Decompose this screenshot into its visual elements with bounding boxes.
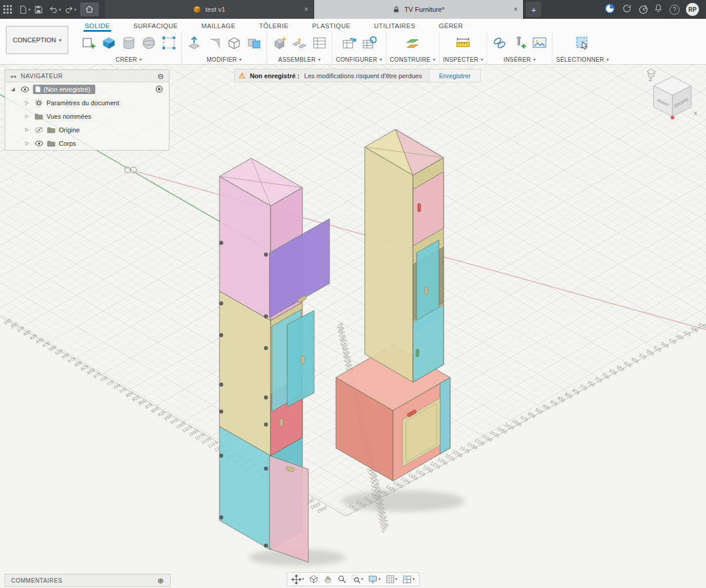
configure-table-icon[interactable] xyxy=(340,34,358,52)
canvas-image-icon[interactable] xyxy=(531,34,548,52)
expand-closed-caret-icon[interactable]: ▷ xyxy=(25,141,31,146)
navigator-item-document-root[interactable]: ◢ (Non enregistré) xyxy=(5,82,169,96)
grid-settings-button[interactable]: ▾ xyxy=(384,573,399,586)
group-label-assembler[interactable]: ASSEMBLER▾ xyxy=(278,56,321,63)
visibility-eye-icon[interactable] xyxy=(21,86,29,93)
joint-icon[interactable] xyxy=(291,34,308,52)
visibility-off-eye-icon[interactable] xyxy=(35,126,44,133)
tab-plastique[interactable]: PLASTIQUE xyxy=(311,22,351,32)
home-button[interactable] xyxy=(80,2,99,16)
activate-radio-icon[interactable] xyxy=(155,85,163,93)
close-tab-icon[interactable]: × xyxy=(514,5,518,14)
gear-icon xyxy=(35,99,43,107)
expand-open-caret-icon[interactable]: ◢ xyxy=(11,86,17,92)
fillet-icon[interactable] xyxy=(205,34,223,52)
ribbon-tab-row: SOLIDE SURFACIQUE MAILLAGE TÔLERIE PLAST… xyxy=(0,19,706,32)
group-label-inspecter[interactable]: INSPECTER▾ xyxy=(443,56,483,63)
measure-icon[interactable] xyxy=(454,34,472,52)
warning-message: Les modifications risquent d'être perdue… xyxy=(304,72,429,79)
redo-caret-icon[interactable]: ▾ xyxy=(74,7,76,12)
insert-fastener-icon[interactable] xyxy=(511,34,528,52)
job-status-button[interactable] xyxy=(604,3,615,16)
group-label-creer[interactable]: CRÉER▾ xyxy=(116,56,142,63)
zoom-window-button[interactable]: ▾ xyxy=(349,573,365,586)
collapse-panel-icon[interactable]: ◀◀ xyxy=(10,74,16,78)
pan-orbit-button[interactable]: ▾ xyxy=(289,573,306,586)
rigid-group-icon[interactable] xyxy=(311,34,328,52)
tab-tolerie[interactable]: TÔLERIE xyxy=(258,22,290,32)
zoom-button[interactable] xyxy=(335,573,348,586)
warning-triangle-icon: ⚠ xyxy=(235,71,250,80)
group-label-selectionner[interactable]: SÉLECTIONNER▾ xyxy=(556,56,609,63)
design-workspace-menu[interactable]: CONCEPTION ▾ xyxy=(6,26,68,54)
document-tab-tv-furniture[interactable]: TV Furniture* × xyxy=(314,0,524,19)
navigator-item-label: Paramètres du document xyxy=(46,99,119,106)
visibility-eye-icon[interactable] xyxy=(35,140,44,147)
app-grid-button[interactable] xyxy=(0,2,15,17)
look-at-button[interactable] xyxy=(307,573,320,586)
create-cylinder-icon[interactable] xyxy=(120,34,138,52)
tab-gerer[interactable]: GÉRER xyxy=(438,22,464,32)
navigator-item-document-settings[interactable]: ▷ Paramètres du document xyxy=(5,96,169,109)
folder-icon xyxy=(47,140,55,147)
shell-icon[interactable] xyxy=(225,34,243,52)
insert-link-icon[interactable] xyxy=(491,34,508,52)
bell-icon xyxy=(654,4,663,13)
configure-insert-icon[interactable] xyxy=(360,34,378,52)
avatar[interactable]: RP xyxy=(686,3,699,16)
group-label-configurer[interactable]: CONFIGURER▾ xyxy=(336,56,382,63)
tab-surfacique[interactable]: SURFACIQUE xyxy=(132,22,179,32)
navigator-item-origin[interactable]: ▷ Origine xyxy=(5,123,169,136)
create-sketch-icon[interactable] xyxy=(80,34,98,52)
workspace-caret-icon: ▾ xyxy=(59,38,61,43)
tab-maillage[interactable]: MAILLAGE xyxy=(200,22,237,32)
ribbon: CONCEPTION ▾ SOLIDE SURFACIQUE MAILLAGE … xyxy=(0,19,706,65)
viewcube-x-axis-label: X xyxy=(694,111,697,116)
expand-closed-caret-icon[interactable]: ▷ xyxy=(25,113,31,119)
document-tab-test-v1[interactable]: test v1 × xyxy=(105,0,314,19)
group-label-modifier[interactable]: MODIFIER▾ xyxy=(207,56,242,63)
caret-icon: ▾ xyxy=(378,577,381,582)
save-button[interactable] xyxy=(31,2,46,17)
undo-icon xyxy=(49,5,58,14)
viewcube-cube[interactable]: AVANT DROITE xyxy=(654,76,691,116)
create-pattern-icon[interactable] xyxy=(160,34,178,52)
help-button[interactable]: ? xyxy=(670,5,680,15)
save-link[interactable]: Enregistrer xyxy=(429,69,480,82)
tab-utilitaires[interactable]: UTILITAIRES xyxy=(373,22,417,32)
folder-icon xyxy=(47,126,55,133)
new-component-icon[interactable] xyxy=(271,34,288,52)
expand-closed-caret-icon[interactable]: ▷ xyxy=(25,127,31,132)
construction-plane-icon[interactable] xyxy=(404,34,421,52)
root-document-pill[interactable]: (Non enregistré) xyxy=(33,85,95,94)
new-tab-button[interactable]: + xyxy=(526,2,541,17)
tab-solide[interactable]: SOLIDE xyxy=(84,22,111,32)
comments-bar[interactable]: COMMENTAIRES ⊕ xyxy=(5,574,171,587)
pan-button[interactable] xyxy=(321,573,334,586)
create-sphere-icon[interactable] xyxy=(140,34,158,52)
expand-closed-caret-icon[interactable]: ▷ xyxy=(25,100,31,105)
document-tab-label: TV Furniture* xyxy=(404,6,444,13)
select-window-icon[interactable] xyxy=(574,34,591,52)
home-icon xyxy=(85,5,94,14)
alerts-button[interactable] xyxy=(654,4,663,15)
ribbon-tools-row: CRÉER▾ MODIFIER▾ xyxy=(76,32,706,65)
close-tab-icon[interactable]: × xyxy=(304,5,308,14)
press-pull-icon[interactable] xyxy=(185,34,203,52)
sync-status-button[interactable] xyxy=(622,4,632,16)
group-label-construire[interactable]: CONSTRUIRE▾ xyxy=(390,56,435,63)
viewports-button[interactable]: ▾ xyxy=(400,573,417,586)
display-settings-button[interactable]: ▾ xyxy=(366,573,382,586)
navigator-header[interactable]: ◀◀ NAVIGATEUR ⊖ xyxy=(5,70,169,82)
group-label-inserer[interactable]: INSÉRER▾ xyxy=(504,56,536,63)
navigator-item-bodies[interactable]: ▷ Corps xyxy=(5,136,169,150)
collapse-all-icon[interactable]: ⊖ xyxy=(158,72,164,81)
navigator-panel: ◀◀ NAVIGATEUR ⊖ ◢ (Non enregistré) ▷ Par… xyxy=(5,69,169,151)
viewcube[interactable]: AVANT DROITE Z X xyxy=(644,68,700,124)
navigator-item-named-views[interactable]: ▷ Vues nommées xyxy=(5,109,169,123)
navigator-item-label: Vues nommées xyxy=(46,113,91,120)
create-box-icon[interactable] xyxy=(100,34,118,52)
combine-icon[interactable] xyxy=(245,34,263,52)
notifications-button[interactable]: 1 xyxy=(638,5,647,15)
add-comment-icon[interactable]: ⊕ xyxy=(158,576,164,585)
